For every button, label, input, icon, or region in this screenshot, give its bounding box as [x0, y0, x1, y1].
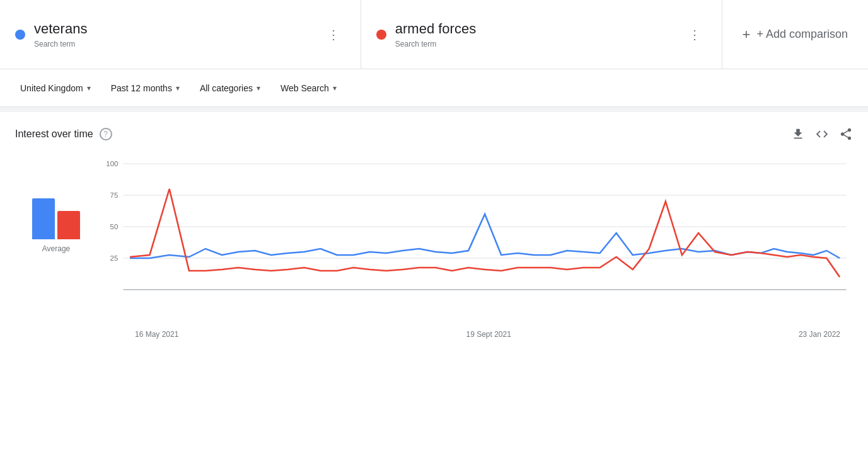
plus-icon: + [743, 26, 751, 43]
veterans-type: Search term [34, 40, 322, 48]
svg-text:75: 75 [110, 191, 119, 199]
x-label-may: 16 May 2021 [135, 330, 178, 339]
blue-line [130, 214, 840, 258]
search-terms-bar: veterans Search term ⋮ armed forces Sear… [0, 0, 868, 69]
section-title-group: Interest over time ? [15, 128, 112, 140]
chart-svg: 100 75 50 25 [97, 151, 853, 327]
time-label: Past 12 months [111, 83, 172, 93]
legend-bar-blue [32, 198, 55, 239]
armed-forces-type: Search term [395, 40, 683, 48]
location-label: United Kingdom [20, 83, 83, 93]
share-icon[interactable] [839, 127, 853, 141]
legend-bar: Average [15, 151, 97, 339]
chart-container: Average 100 75 50 25 16 May 20 [0, 151, 868, 364]
x-axis-labels: 16 May 2021 19 Sept 2021 23 Jan 2022 [97, 327, 853, 339]
armed-forces-menu-icon[interactable]: ⋮ [683, 23, 707, 46]
legend-bar-red [57, 211, 80, 239]
download-icon[interactable] [791, 127, 805, 141]
section-actions [791, 127, 853, 141]
search-type-chevron-icon: ▾ [333, 84, 337, 93]
location-filter[interactable]: United Kingdom ▾ [13, 78, 98, 98]
category-filter[interactable]: All categories ▾ [192, 78, 268, 98]
embed-icon[interactable] [815, 127, 829, 141]
veterans-text: veterans Search term [34, 20, 322, 48]
veterans-menu-icon[interactable]: ⋮ [322, 23, 345, 46]
armed-forces-text: armed forces Search term [395, 20, 683, 48]
search-type-filter[interactable]: Web Search ▾ [273, 78, 344, 98]
legend-bars [32, 189, 80, 239]
armed-forces-dot [376, 30, 386, 40]
x-label-jan: 23 Jan 2022 [799, 330, 840, 339]
armed-forces-name: armed forces [395, 20, 683, 38]
svg-text:100: 100 [106, 160, 118, 167]
add-comparison-label: + Add comparison [756, 28, 848, 41]
time-filter[interactable]: Past 12 months ▾ [103, 78, 187, 98]
svg-text:50: 50 [110, 223, 119, 230]
chart-main: 100 75 50 25 16 May 2021 19 Sept 2021 23… [97, 151, 853, 339]
add-comparison-button[interactable]: + + Add comparison [722, 0, 868, 69]
section-header: Interest over time ? [0, 112, 868, 151]
section-title: Interest over time [15, 128, 93, 140]
x-label-sept: 19 Sept 2021 [466, 330, 511, 339]
category-label: All categories [200, 83, 253, 93]
search-type-label: Web Search [281, 83, 329, 93]
legend-label: Average [42, 244, 70, 253]
category-chevron-icon: ▾ [257, 84, 260, 93]
section-divider [0, 107, 868, 112]
red-line [130, 189, 840, 277]
location-chevron-icon: ▾ [87, 84, 91, 93]
time-chevron-icon: ▾ [176, 84, 180, 93]
veterans-dot [15, 30, 25, 40]
veterans-name: veterans [34, 20, 322, 38]
help-icon[interactable]: ? [100, 128, 112, 140]
filters-bar: United Kingdom ▾ Past 12 months ▾ All ca… [0, 69, 868, 107]
svg-text:25: 25 [110, 254, 119, 262]
search-term-veterans: veterans Search term ⋮ [0, 0, 361, 69]
search-term-armed-forces: armed forces Search term ⋮ [361, 0, 722, 69]
